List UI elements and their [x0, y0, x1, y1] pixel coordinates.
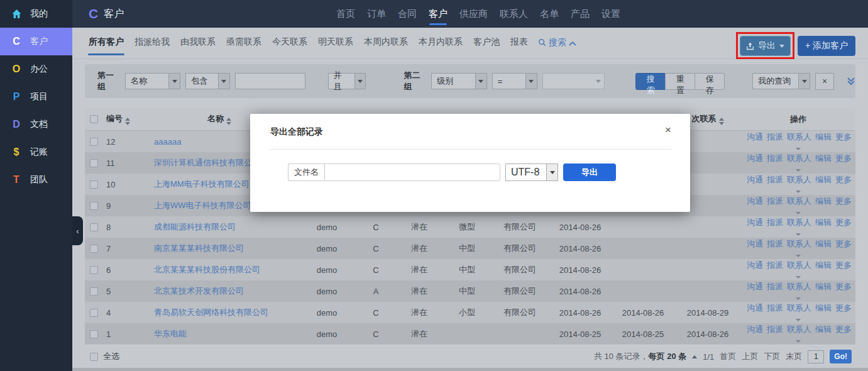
save-button[interactable]: 保存 [695, 73, 725, 90]
action-link-沟通[interactable]: 沟通 [747, 260, 763, 270]
modal-export-button[interactable]: 导出 [563, 163, 616, 181]
filename-input[interactable] [324, 163, 500, 181]
per-page-caret-icon[interactable] [692, 355, 697, 358]
tab-报表[interactable]: 报表 [510, 34, 529, 53]
tab-search-toggle[interactable]: 搜索 [538, 37, 576, 50]
nav-item-设置[interactable]: 设置 [602, 0, 620, 28]
action-link-联系人[interactable]: 联系人 [787, 324, 811, 334]
action-link-联系人[interactable]: 联系人 [787, 218, 811, 227]
saved-query-select[interactable]: 我的查询 [752, 73, 810, 89]
action-link-联系人[interactable]: 联系人 [787, 153, 811, 163]
sidebar-item-我的[interactable]: 我的 [0, 0, 72, 28]
action-link-指派[interactable]: 指派 [767, 218, 783, 227]
tab-本月内联系[interactable]: 本月内联系 [418, 34, 463, 53]
select-all-checkbox[interactable] [90, 353, 98, 361]
customer-name-link[interactable]: 深圳计算机通信科技有限公司 [154, 158, 260, 167]
row-checkbox[interactable] [90, 309, 98, 317]
action-link-编辑[interactable]: 编辑 [815, 260, 832, 270]
action-link-联系人[interactable]: 联系人 [787, 196, 811, 206]
action-link-指派[interactable]: 指派 [767, 260, 783, 270]
action-link-联系人[interactable]: 联系人 [787, 303, 811, 313]
row-checkbox[interactable] [90, 266, 98, 274]
nav-item-客户[interactable]: 客户 [429, 0, 448, 28]
action-link-编辑[interactable]: 编辑 [815, 303, 832, 313]
row-checkbox[interactable] [90, 202, 98, 210]
nav-item-订单[interactable]: 订单 [367, 0, 386, 28]
customer-name-link[interactable]: 北京某某某科技股份有限公司 [154, 265, 260, 274]
nav-item-首页[interactable]: 首页 [336, 0, 355, 28]
nav-item-联系人[interactable]: 联系人 [500, 0, 528, 28]
filter-op2-select[interactable]: = [492, 73, 537, 89]
row-checkbox[interactable] [90, 223, 98, 231]
action-link-编辑[interactable]: 编辑 [815, 282, 832, 291]
nav-item-产品[interactable]: 产品 [571, 0, 590, 28]
tab-亟需联系[interactable]: 亟需联系 [226, 34, 262, 53]
action-link-沟通[interactable]: 沟通 [747, 282, 763, 291]
customer-name-link[interactable]: 华东电能 [154, 329, 187, 338]
sidebar-item-记账[interactable]: $记账 [0, 138, 72, 166]
customer-name-link[interactable]: 上海MM电子科技有限公司 [154, 179, 250, 189]
nav-item-合同[interactable]: 合同 [398, 0, 417, 28]
action-link-沟通[interactable]: 沟通 [747, 239, 763, 248]
filter-field1-select[interactable]: 名称 [125, 73, 181, 89]
action-link-联系人[interactable]: 联系人 [787, 132, 811, 141]
action-link-沟通[interactable]: 沟通 [747, 132, 763, 141]
prev-page-link[interactable]: 上页 [742, 351, 758, 362]
tab-本周内联系[interactable]: 本周内联系 [363, 34, 409, 53]
last-page-link[interactable]: 末页 [786, 351, 802, 362]
sidebar-collapse-handle[interactable]: ‹ [72, 216, 83, 245]
action-link-指派[interactable]: 指派 [767, 324, 783, 334]
sort-icon[interactable] [125, 118, 130, 125]
export-button[interactable]: 导出 [740, 36, 791, 56]
close-icon[interactable]: × [665, 125, 671, 135]
action-link-沟通[interactable]: 沟通 [747, 303, 763, 313]
tab-所有客户[interactable]: 所有客户 [88, 34, 124, 53]
action-link-联系人[interactable]: 联系人 [787, 260, 811, 270]
action-link-指派[interactable]: 指派 [767, 175, 783, 184]
page-number-input[interactable] [808, 350, 824, 363]
action-link-编辑[interactable]: 编辑 [815, 175, 832, 184]
tab-指派给我[interactable]: 指派给我 [134, 34, 170, 53]
filter-join-select[interactable]: 并且 [328, 73, 366, 89]
customer-name-link[interactable]: aaaaaa [154, 137, 181, 147]
action-link-联系人[interactable]: 联系人 [787, 175, 811, 184]
search-button[interactable]: 搜索 [635, 73, 666, 90]
action-link-指派[interactable]: 指派 [767, 303, 783, 313]
action-link-编辑[interactable]: 编辑 [815, 132, 832, 141]
action-link-指派[interactable]: 指派 [767, 153, 783, 163]
action-link-联系人[interactable]: 联系人 [787, 282, 811, 291]
sidebar-item-项目[interactable]: P项目 [0, 83, 72, 111]
nav-item-名单[interactable]: 名单 [540, 0, 559, 28]
tab-由我联系[interactable]: 由我联系 [180, 34, 216, 53]
filter-value1-input[interactable] [235, 73, 305, 89]
customer-name-link[interactable]: 青岛易软天创网络科技有限公司 [154, 307, 268, 317]
filter-field2-select[interactable]: 级别 [431, 73, 487, 89]
tab-今天联系[interactable]: 今天联系 [272, 34, 308, 53]
customer-name-link[interactable]: 上海WW电子科技有限公司 [154, 201, 251, 210]
clear-query-button[interactable]: × [815, 73, 834, 90]
action-link-编辑[interactable]: 编辑 [815, 239, 832, 248]
sidebar-item-客户[interactable]: C客户 [0, 28, 72, 55]
action-link-沟通[interactable]: 沟通 [747, 175, 763, 184]
action-link-编辑[interactable]: 编辑 [815, 153, 832, 163]
action-link-沟通[interactable]: 沟通 [747, 196, 763, 206]
header-checkbox[interactable] [90, 115, 98, 123]
nav-item-供应商[interactable]: 供应商 [459, 0, 488, 28]
sort-icon[interactable] [226, 118, 231, 125]
tab-明天联系[interactable]: 明天联系 [317, 34, 354, 53]
action-link-沟通[interactable]: 沟通 [747, 218, 763, 227]
action-link-编辑[interactable]: 编辑 [815, 218, 832, 227]
filter-value2-select[interactable] [542, 73, 605, 89]
action-link-联系人[interactable]: 联系人 [787, 239, 811, 248]
action-link-指派[interactable]: 指派 [767, 239, 783, 248]
sidebar-item-办公[interactable]: O办公 [0, 55, 72, 83]
row-checkbox[interactable] [90, 245, 98, 253]
next-page-link[interactable]: 下页 [764, 351, 780, 362]
customer-name-link[interactable]: 南京某某某科技有限公司 [154, 243, 244, 253]
first-page-link[interactable]: 首页 [720, 351, 736, 362]
collapse-filter-icon[interactable] [847, 77, 855, 86]
action-link-沟通[interactable]: 沟通 [747, 153, 763, 163]
row-checkbox[interactable] [90, 180, 98, 189]
action-link-沟通[interactable]: 沟通 [747, 324, 763, 334]
go-button[interactable]: Go! [830, 350, 852, 363]
